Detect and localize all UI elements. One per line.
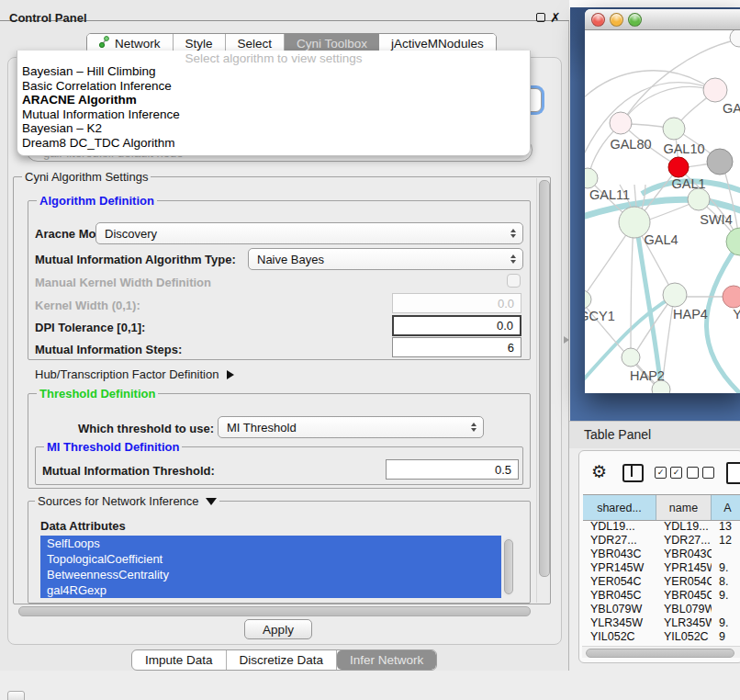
table-cell: 13 (712, 520, 740, 534)
sources-expander[interactable]: Sources for Network Inference (35, 494, 219, 508)
table-body: YDL19...YDL19...13YDR27...YDR27...12YBR0… (583, 520, 740, 645)
table-row[interactable]: YBR045CYBR045C9. (583, 589, 740, 603)
data-attributes-list[interactable]: SelfLoopsTopologicalCoefficientBetweenne… (40, 536, 501, 598)
unchecked-columns-icon[interactable] (687, 467, 714, 479)
checked-columns-icon[interactable]: ✓✓ (655, 467, 682, 479)
application-root: Control Panel ✗ NetworkStyleSelectCyni T… (0, 0, 740, 700)
split-column-icon[interactable] (622, 464, 644, 482)
network-window-titlebar[interactable] (585, 9, 740, 30)
tab-network[interactable]: Network (87, 34, 174, 52)
network-node-gcy1[interactable] (585, 290, 591, 309)
network-edge[interactable] (631, 225, 633, 356)
attribute-item[interactable]: BetweennessCentrality (40, 567, 501, 582)
network-icon (99, 36, 110, 51)
attribute-item[interactable]: TopologicalCoefficient (40, 551, 501, 567)
table-row[interactable]: YER054CYER054C8. (583, 575, 740, 589)
settings-horizontal-scrollbar-thumb[interactable] (18, 606, 531, 616)
column-header-A[interactable]: A (712, 495, 740, 520)
attributes-list-scrollbar[interactable] (503, 537, 513, 596)
network-node[interactable] (730, 30, 740, 47)
network-node-hap2[interactable] (622, 348, 640, 367)
zoom-window-icon[interactable] (628, 13, 642, 27)
mi-algorithm-type-label: Mutual Information Algorithm Type: (35, 253, 236, 266)
table-row[interactable]: YBL079WYBL079W (583, 603, 740, 616)
algorithm-option[interactable]: Bayesian – K2 (17, 121, 530, 136)
hub-definition-expander[interactable]: Hub/Transcription Factor Definition (35, 367, 234, 381)
network-canvas[interactable]: GALGAL80GAL10GAL1GAL11SWI4GAL4GCY1HAP4YH… (585, 30, 740, 393)
network-node-gal1[interactable] (668, 157, 689, 177)
network-node-gal10[interactable] (663, 118, 685, 140)
network-node[interactable] (726, 228, 740, 255)
network-node-gal11[interactable] (585, 168, 598, 188)
data-attributes-label: Data Attributes (40, 519, 126, 533)
page-icon[interactable] (726, 462, 740, 484)
network-node-gal[interactable] (703, 78, 727, 102)
table-cell (712, 603, 740, 616)
mi-threshold-field[interactable]: 0.5 (386, 459, 519, 480)
attributes-list-scrollbar-thumb[interactable] (504, 539, 513, 594)
mi-algorithm-type-select[interactable]: Naive Bayes (248, 248, 523, 270)
tab-label: Network (115, 37, 161, 51)
table-horizontal-scrollbar[interactable] (582, 646, 740, 658)
attribute-item[interactable]: SelfLoops (40, 536, 501, 551)
tab-style[interactable]: Style (174, 34, 226, 52)
network-node-y[interactable] (723, 286, 740, 308)
tab-discretize-data[interactable]: Discretize Data (227, 650, 338, 670)
algorithm-definition-title: Algorithm Definition (37, 194, 157, 208)
bottom-left-grip-icon[interactable] (7, 691, 25, 700)
algorithm-option[interactable]: Mutual Information Inference (17, 107, 530, 122)
kernel-width-value: 0.0 (498, 297, 514, 310)
tab-select[interactable]: Select (226, 34, 286, 52)
network-view-window[interactable]: GALGAL80GAL10GAL1GAL11SWI4GAL4GCY1HAP4YH… (585, 9, 740, 393)
which-threshold-select[interactable]: MI Threshold (218, 416, 484, 438)
close-icon[interactable]: ✗ (550, 9, 561, 26)
kernel-width-field[interactable]: 0.0 (392, 293, 521, 313)
algorithm-option[interactable]: Bayesian – Hill Climbing (17, 64, 530, 79)
network-node-swi4[interactable] (688, 188, 710, 210)
settings-vertical-scrollbar-thumb[interactable] (539, 180, 550, 577)
settings-gear-icon[interactable]: ⚙ (591, 461, 607, 483)
mi-steps-field[interactable]: 6 (392, 337, 521, 357)
table-cell: YBR045C (583, 589, 656, 603)
table-cell: YBR043C (656, 548, 712, 561)
attribute-item[interactable]: gal4RGexp (40, 582, 501, 598)
apply-button[interactable]: Apply (244, 619, 312, 639)
table-row[interactable]: YDR27...YDR27...12 (583, 534, 740, 548)
close-window-icon[interactable] (591, 13, 605, 27)
aracne-mode-select[interactable]: Discovery (95, 222, 523, 244)
tab-label: jActiveMNodules (391, 37, 484, 51)
network-edge[interactable] (585, 225, 633, 298)
settings-vertical-scrollbar[interactable] (536, 178, 549, 603)
sources-title: Sources for Network Inference (38, 494, 199, 508)
manual-kernel-width-checkbox[interactable] (507, 274, 521, 288)
network-node-gal80[interactable] (610, 112, 632, 134)
network-node[interactable] (707, 149, 733, 175)
algorithm-dropdown-placeholder: Select algorithm to view settings (17, 51, 530, 64)
hub-definition-label: Hub/Transcription Factor Definition (35, 367, 219, 381)
table-cell (712, 548, 740, 561)
algorithm-option[interactable]: ARACNE Algorithm (17, 93, 530, 107)
tab-impute-data[interactable]: Impute Data (132, 650, 227, 670)
network-node-hap4[interactable] (663, 283, 687, 307)
algorithm-option[interactable]: Basic Correlation Inference (17, 79, 530, 94)
table-row[interactable]: YBR043CYBR043C (583, 548, 740, 561)
tab-jactivemnodules[interactable]: jActiveMNodules (379, 34, 496, 52)
table-row[interactable]: YDL19...YDL19...13 (583, 520, 740, 534)
tab-cyni-toolbox[interactable]: Cyni Toolbox (285, 34, 379, 52)
column-header-name[interactable]: name (656, 495, 712, 520)
table-row[interactable]: YPR145WYPR145W9. (583, 561, 740, 575)
table-row[interactable]: YLR345WYLR345W9. (583, 616, 740, 630)
column-header-shared[interactable]: shared... (583, 495, 656, 520)
dpi-tolerance-field[interactable]: 0.0 (392, 315, 521, 336)
tab-infer-network[interactable]: Infer Network (337, 650, 436, 670)
node-label: HAP4 (673, 307, 708, 322)
network-edge[interactable] (622, 86, 715, 122)
float-window-icon[interactable] (536, 13, 545, 22)
table-horizontal-scrollbar-thumb[interactable] (586, 649, 734, 658)
mi-algorithm-type-value: Naive Bayes (257, 253, 324, 266)
algorithm-option[interactable]: Dream8 DC_TDC Algorithm (17, 136, 530, 151)
minimize-window-icon[interactable] (610, 13, 623, 27)
table-row[interactable]: YIL052CYIL052C9 (583, 630, 740, 644)
settings-horizontal-scrollbar[interactable] (15, 604, 536, 616)
panel-splitter-arrow[interactable] (564, 336, 569, 344)
